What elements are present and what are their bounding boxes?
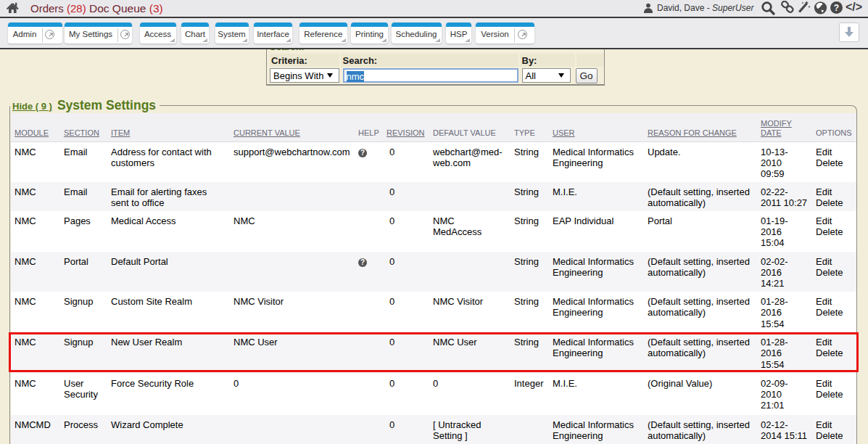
svg-text:?: ? (834, 3, 839, 13)
